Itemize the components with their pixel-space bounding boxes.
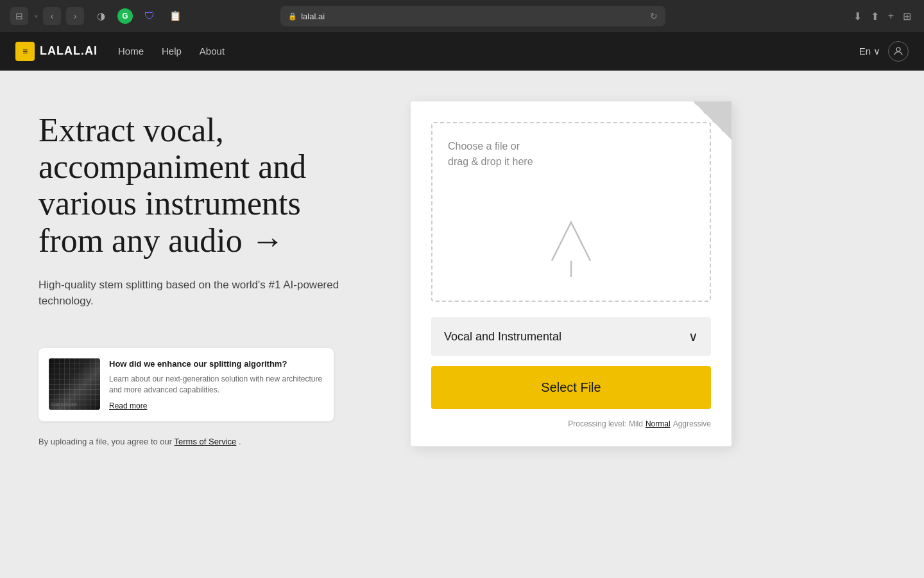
processing-mild[interactable]: Mild — [629, 419, 643, 428]
nav-right: En ∨ — [859, 41, 909, 62]
terms-period: . — [239, 437, 241, 446]
news-thumbnail-image: Cassiopee — [49, 358, 100, 410]
vpn-shield-icon[interactable]: 🛡 — [141, 7, 158, 25]
app-logo[interactable]: ≡ LALAL.AI — [15, 42, 98, 61]
news-text: How did we enhance our splitting algorit… — [109, 358, 323, 411]
nav-home[interactable]: Home — [118, 43, 144, 59]
drop-text: Choose a file or drag & drop it here — [448, 139, 533, 170]
terms-prefix: By uploading a file, you agree to our — [38, 437, 172, 446]
logo-icon-symbol: ≡ — [22, 46, 28, 57]
drop-line2: drag & drop it here — [448, 156, 533, 167]
share-icon[interactable]: ⬆ — [868, 8, 882, 25]
main-content: Extract vocal, accompaniment and various… — [0, 71, 924, 578]
nav-help[interactable]: Help — [162, 43, 182, 59]
add-tab-icon[interactable]: + — [886, 8, 896, 24]
upload-arrow-icon — [545, 203, 597, 280]
dropdown-chevron-icon: ∨ — [689, 329, 698, 344]
browser-actions-right: ⬇ ⬆ + ⊞ — [851, 8, 914, 25]
upload-container: Choose a file or drag & drop it here Voc… — [411, 101, 732, 446]
user-account-icon[interactable] — [888, 41, 909, 62]
news-card-title: How did we enhance our splitting algorit… — [109, 358, 323, 370]
forward-icon: › — [74, 11, 77, 21]
drop-line1: Choose a file or — [448, 141, 520, 152]
lock-icon: 🔒 — [288, 12, 297, 21]
url-text: lalal.ai — [301, 12, 325, 21]
terms-text: By uploading a file, you agree to our Te… — [38, 437, 372, 446]
back-icon: ‹ — [51, 11, 54, 21]
browser-chrome: ⊟ ▾ ‹ › ◑ G 🛡 📋 🔒 lalal.ai ↻ ⬇ ⬆ + ⊞ — [0, 0, 924, 32]
news-thumbnail: Cassiopee — [49, 358, 100, 410]
app-nav: ≡ LALAL.AI Home Help About En ∨ — [0, 32, 924, 71]
reload-button[interactable]: ↻ — [650, 11, 658, 21]
download-icon[interactable]: ⬇ — [851, 8, 864, 25]
svg-point-0 — [896, 48, 900, 51]
select-file-button[interactable]: Select File — [431, 366, 711, 409]
dropdown-label: Vocal and Instrumental — [444, 330, 561, 344]
lang-text: En — [859, 46, 871, 57]
forward-button[interactable]: › — [66, 7, 84, 25]
address-bar[interactable]: 🔒 lalal.ai ↻ — [280, 6, 665, 26]
shield-half-icon[interactable]: ◑ — [92, 7, 110, 25]
left-section: Extract vocal, accompaniment and various… — [38, 101, 372, 446]
grid-view-icon[interactable]: ⊞ — [900, 8, 914, 25]
lang-chevron: ∨ — [873, 46, 880, 57]
hero-subtitle: High-quality stem splitting based on the… — [38, 277, 372, 310]
hero-title: Extract vocal, accompaniment and various… — [38, 112, 372, 259]
news-read-more-link[interactable]: Read more — [109, 401, 147, 410]
processing-normal[interactable]: Normal — [646, 419, 671, 428]
upload-icon-wrapper — [545, 203, 597, 280]
nav-about[interactable]: About — [200, 43, 225, 59]
sidebar-toggle[interactable]: ⊟ — [10, 7, 28, 25]
browser-controls: ⊟ ▾ ‹ › — [10, 7, 84, 25]
processing-label: Processing level: — [568, 419, 626, 428]
terms-of-service-link[interactable]: Terms of Service — [175, 437, 237, 446]
stem-type-dropdown[interactable]: Vocal and Instrumental ∨ — [431, 317, 711, 356]
news-card-description: Learn about our next-generation solution… — [109, 374, 323, 396]
language-selector[interactable]: En ∨ — [859, 46, 880, 57]
back-button[interactable]: ‹ — [43, 7, 61, 25]
news-card[interactable]: Cassiopee How did we enhance our splitti… — [38, 348, 334, 421]
logo-icon: ≡ — [15, 42, 35, 61]
grammarly-icon[interactable]: G — [117, 8, 133, 24]
upload-drop-area[interactable]: Choose a file or drag & drop it here — [431, 122, 711, 302]
right-section: Choose a file or drag & drop it here Voc… — [411, 101, 732, 446]
logo-text: LALAL.AI — [40, 44, 98, 58]
sidebar-icon: ⊟ — [15, 11, 23, 21]
processing-aggressive[interactable]: Aggressive — [673, 419, 711, 428]
processing-levels: Processing level: Mild Normal Aggressive — [431, 419, 711, 428]
note-icon[interactable]: 📋 — [166, 7, 184, 25]
nav-links: Home Help About — [118, 43, 225, 59]
